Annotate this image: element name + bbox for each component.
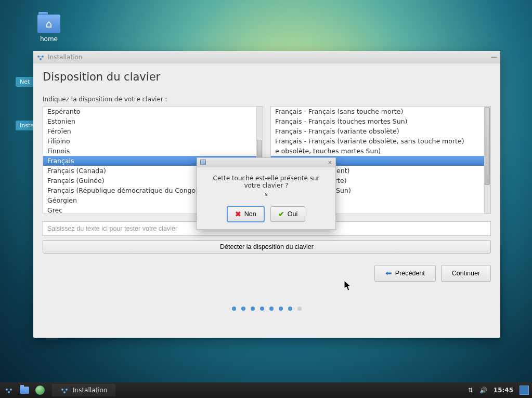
detect-layout-button[interactable]: Détecter la disposition du clavier xyxy=(43,240,491,254)
key-detect-dialog: × Cette touche est-elle présente sur vot… xyxy=(197,157,336,230)
desktop-icon-label: home xyxy=(35,35,62,43)
progress-dot xyxy=(260,307,264,311)
start-menu-button[interactable] xyxy=(3,384,15,396)
taskbar-task-installation[interactable]: Installation xyxy=(52,384,115,396)
taskbar-task-label: Installation xyxy=(73,387,107,394)
dialog-prompt: Cette touche est-elle présente sur votre… xyxy=(204,175,328,189)
show-desktop-button[interactable] xyxy=(520,386,529,395)
list-item[interactable]: Français - Français (touches mortes Sun) xyxy=(271,116,490,126)
list-item[interactable]: Français - Français (sans touche morte) xyxy=(271,107,490,116)
window-titlebar[interactable]: Installation — xyxy=(33,51,500,63)
list-item[interactable]: Espéranto xyxy=(43,107,263,116)
back-button[interactable]: ⬅ Précédent xyxy=(374,265,436,282)
progress-dot xyxy=(279,307,283,311)
list-item[interactable]: Finnois xyxy=(43,146,263,156)
system-tray: ⇅ 🔊 15:45 xyxy=(468,386,529,395)
svg-point-5 xyxy=(8,391,10,393)
instruction-text: Indiquez la disposition de votre clavier… xyxy=(43,96,491,103)
home-icon: ⌂ xyxy=(37,18,60,30)
continue-button-label: Continuer xyxy=(452,270,480,277)
clock[interactable]: 15:45 xyxy=(494,387,513,394)
progress-dot xyxy=(251,307,255,311)
window-menu-icon[interactable] xyxy=(200,160,206,165)
scrollbar-track[interactable] xyxy=(484,107,490,214)
dialog-titlebar[interactable]: × xyxy=(197,158,335,167)
desktop-icon-home[interactable]: ⌂ home xyxy=(35,15,62,43)
continue-button[interactable]: Continuer xyxy=(441,265,491,282)
app-icon xyxy=(36,53,45,61)
svg-point-8 xyxy=(63,391,66,393)
progress-dots xyxy=(43,307,491,311)
check-icon: ✔ xyxy=(278,210,284,218)
scrollbar-thumb[interactable] xyxy=(257,140,262,160)
minimize-icon[interactable]: — xyxy=(491,54,497,61)
svg-point-7 xyxy=(66,389,68,391)
progress-dot xyxy=(232,307,236,311)
close-icon[interactable]: × xyxy=(328,159,332,166)
svg-point-4 xyxy=(10,389,12,391)
list-item[interactable]: e obsolète, touches mortes Sun) xyxy=(271,146,490,156)
wallpaper-label-net: Net xyxy=(16,77,34,87)
svg-point-3 xyxy=(6,389,8,391)
arrow-left-icon: ⬅ xyxy=(385,269,392,278)
list-item[interactable]: Français - Français (variante obsolète) xyxy=(271,126,490,136)
browser-launcher[interactable] xyxy=(34,384,46,396)
folder-icon: ⌂ xyxy=(37,15,60,33)
network-icon[interactable]: ⇅ xyxy=(468,387,473,394)
back-button-label: Précédent xyxy=(395,270,425,277)
dialog-glyph: º xyxy=(204,192,328,198)
list-item[interactable]: Français - Français (variante obsolète, … xyxy=(271,136,490,146)
volume-icon[interactable]: 🔊 xyxy=(479,387,487,394)
scrollbar-thumb[interactable] xyxy=(485,107,490,185)
no-button-label: Non xyxy=(244,210,256,218)
svg-point-6 xyxy=(61,389,63,391)
progress-dot xyxy=(297,307,302,311)
list-item[interactable]: Filipino xyxy=(43,136,263,146)
list-item[interactable]: Féroïen xyxy=(43,126,263,136)
app-icon xyxy=(60,386,69,394)
progress-dot xyxy=(288,307,292,311)
cross-icon: ✖ xyxy=(235,210,241,218)
file-manager-launcher[interactable] xyxy=(19,384,30,396)
no-button[interactable]: ✖ Non xyxy=(227,206,264,222)
list-item[interactable]: Estonien xyxy=(43,116,263,126)
window-title: Installation xyxy=(48,54,82,61)
page-title: Disposition du clavier xyxy=(43,71,491,83)
taskbar: Installation ⇅ 🔊 15:45 xyxy=(0,382,532,398)
progress-dot xyxy=(241,307,245,311)
progress-dot xyxy=(269,307,274,311)
yes-button[interactable]: ✔ Oui xyxy=(270,206,305,222)
yes-button-label: Oui xyxy=(288,210,297,218)
